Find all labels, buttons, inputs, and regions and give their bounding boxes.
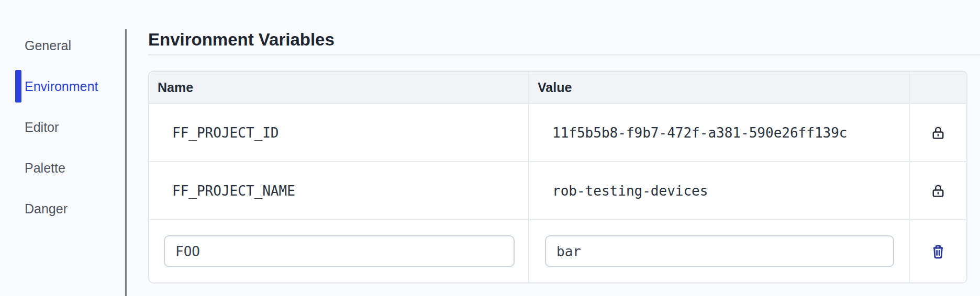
delete-row-button[interactable] [930,243,946,260]
sidebar-item-label: Editor [25,120,59,135]
var-value-input[interactable] [545,235,894,267]
sidebar-item-label: General [25,38,71,53]
sidebar-item-label: Palette [25,161,65,176]
page-title: Environment Variables [148,29,335,50]
column-header-actions [910,72,966,103]
active-indicator-bar [15,70,21,103]
table-row-editable [149,220,966,282]
env-variables-table: Name Value FF_PROJECT_ID 11f5b5b8-f9b7-4… [148,71,967,283]
trash-icon [930,243,946,260]
var-name-input[interactable] [164,235,515,267]
column-header-name: Name [149,72,529,103]
sidebar-item-environment[interactable]: Environment [0,70,125,103]
env-var-name: FF_PROJECT_NAME [149,162,529,219]
sidebar-item-danger[interactable]: Danger [0,192,125,225]
lock-icon [930,183,946,199]
title-divider [148,54,980,55]
env-var-value: 11f5b5b8-f9b7-472f-a381-590e26ff139c [529,104,910,161]
column-header-value: Value [529,72,910,103]
env-var-name: FF_PROJECT_ID [149,104,529,161]
settings-sidebar: General Environment Editor Palette Dange… [0,29,125,233]
table-header-row: Name Value [149,72,966,104]
sidebar-item-label: Environment [25,79,98,94]
sidebar-item-general[interactable]: General [0,29,125,62]
sidebar-item-editor[interactable]: Editor [0,111,125,143]
table-row: FF_PROJECT_NAME rob-testing-devices [149,162,966,220]
sidebar-item-palette[interactable]: Palette [0,152,125,184]
sidebar-item-label: Danger [25,201,68,217]
lock-icon [930,125,946,141]
table-row: FF_PROJECT_ID 11f5b5b8-f9b7-472f-a381-59… [149,104,966,162]
env-var-value: rob-testing-devices [529,162,910,219]
sidebar-content-divider [125,29,127,296]
